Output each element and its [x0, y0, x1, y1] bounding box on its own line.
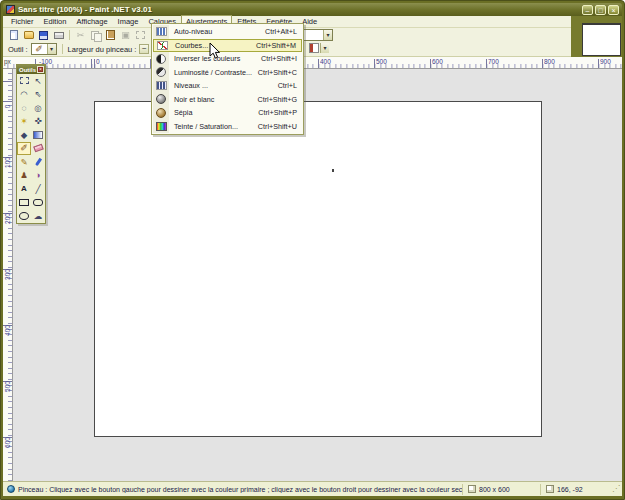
- tool-color-picker[interactable]: [31, 155, 45, 169]
- menu-edition[interactable]: Edition: [39, 16, 72, 27]
- cursor-position-icon: [546, 485, 554, 493]
- toolbar-separator: [69, 30, 70, 40]
- cursor-position-section: 166, -92: [540, 484, 612, 495]
- crop-icon: ▣: [121, 31, 130, 40]
- paintbrush-icon: ✐: [20, 143, 28, 153]
- menu-item-teinte-saturation[interactable]: Teinte / Saturation... Ctrl+Shift+U: [153, 120, 302, 134]
- menu-bar: Fichier Edition Affichage Image Calques …: [3, 16, 622, 28]
- menu-item-luminosite-contraste[interactable]: Luminosité / Contraste... Ctrl+Shift+C: [153, 66, 302, 80]
- tool-ellipse[interactable]: [17, 209, 31, 223]
- tool-text[interactable]: A: [17, 182, 31, 196]
- recolor-icon: ◑: [35, 170, 40, 180]
- tool-rectangle-select[interactable]: [17, 74, 31, 88]
- tool-pencil[interactable]: ✎: [17, 155, 31, 169]
- ajustements-menu: Auto-niveau Ctrl+Alt+L Courbes... Ctrl+S…: [151, 23, 304, 135]
- history-panel[interactable]: [582, 23, 621, 56]
- antialias-selector[interactable]: ▾: [302, 29, 333, 41]
- canvas[interactable]: [94, 101, 542, 437]
- ruler-label: 600: [4, 436, 11, 450]
- paint-bucket-icon: ◆: [21, 130, 28, 140]
- chevron-down-icon[interactable]: ▾: [323, 30, 332, 40]
- menu-affichage[interactable]: Affichage: [71, 16, 112, 27]
- toolbar-separator: [62, 44, 63, 54]
- width-decrease-button[interactable]: −: [139, 44, 149, 54]
- tool-clone-stamp[interactable]: ♟: [17, 169, 31, 183]
- close-button[interactable]: ×: [608, 5, 619, 15]
- tool-move-selection[interactable]: ↖: [31, 74, 45, 88]
- tool-pan[interactable]: ✜: [31, 115, 45, 129]
- tool-eraser[interactable]: [31, 142, 45, 156]
- tool-rectangle[interactable]: [17, 196, 31, 210]
- open-folder-icon: [24, 31, 34, 39]
- brush-width-label: Largeur du pinceau :: [68, 45, 137, 54]
- menu-item-auto-niveau[interactable]: Auto-niveau Ctrl+Alt+L: [153, 25, 302, 39]
- copy-button: [89, 29, 102, 41]
- menu-item-sepia[interactable]: Sépia Ctrl+Shift+P: [153, 106, 302, 120]
- menu-item-inverser-les-couleurs[interactable]: Inverser les couleurs Ctrl+Shift+I: [153, 52, 302, 66]
- crop-button: ▣: [119, 29, 132, 41]
- rounded-rectangle-icon: [33, 199, 43, 206]
- chevron-down-icon[interactable]: ▾: [320, 43, 329, 53]
- ruler-label: 700: [488, 58, 499, 65]
- tool-paint-bucket[interactable]: ◆: [17, 128, 31, 142]
- tool-move-selection-outline[interactable]: ⇖: [31, 88, 45, 102]
- open-button[interactable]: [22, 29, 35, 41]
- tool-gradient[interactable]: [31, 128, 45, 142]
- menu-item-noir-et-blanc[interactable]: Noir et blanc Ctrl+Shift+G: [153, 93, 302, 107]
- tool-paintbrush[interactable]: ✐: [17, 142, 31, 156]
- ruler-label: 400: [320, 58, 331, 65]
- ruler-label: 800: [544, 58, 555, 65]
- tools-palette-titlebar[interactable]: Outils ×: [17, 65, 45, 74]
- tool-line-curve[interactable]: ╱: [31, 182, 45, 196]
- tool-zoom[interactable]: ◎: [31, 101, 45, 115]
- menu-fichier[interactable]: Fichier: [6, 16, 39, 27]
- minimize-button[interactable]: –: [582, 5, 593, 15]
- save-button[interactable]: [37, 29, 50, 41]
- tool-freeform-shape[interactable]: ☁: [31, 209, 45, 223]
- tool-magic-wand[interactable]: ✶: [17, 115, 31, 129]
- ruler-unit: px: [4, 58, 11, 65]
- hue-saturation-icon: [156, 122, 167, 131]
- ruler-label: 600: [432, 58, 443, 65]
- menu-item-courbes[interactable]: Courbes... Ctrl+Shift+M: [153, 39, 302, 53]
- resize-grip[interactable]: ⋰: [612, 483, 622, 495]
- vertical-ruler: 0 100 200 300 400 500 600: [3, 69, 13, 481]
- curves-icon: [157, 41, 168, 50]
- menu-item-niveaux[interactable]: Niveaux ... Ctrl+L: [153, 79, 302, 93]
- print-button[interactable]: [52, 29, 65, 41]
- paste-button[interactable]: [104, 29, 117, 41]
- black-white-icon: [156, 94, 166, 104]
- ruler-label: 0: [96, 58, 100, 65]
- new-button[interactable]: [7, 29, 20, 41]
- paint-dot: [332, 169, 334, 172]
- ellipse-select-icon: ◌: [21, 103, 26, 113]
- menu-image[interactable]: Image: [113, 16, 144, 27]
- ruler-label: 500: [4, 380, 11, 394]
- clone-stamp-icon: ♟: [20, 170, 28, 180]
- tool-recolor[interactable]: ◑: [31, 169, 45, 183]
- tool-selector[interactable]: ✐ ▾: [31, 43, 57, 55]
- close-icon[interactable]: ×: [37, 66, 44, 73]
- maximize-button[interactable]: □: [595, 5, 606, 15]
- sepia-icon: [156, 108, 166, 118]
- move-selection-outline-icon: ⇖: [34, 89, 41, 99]
- tool-ellipse-select[interactable]: ◌: [17, 101, 31, 115]
- image-size: 800 x 600: [479, 486, 510, 493]
- tool-lasso-select[interactable]: ◠: [17, 88, 31, 102]
- status-message: Pinceau : Cliquez avec le bouton gauche …: [18, 486, 462, 493]
- eraser-icon: [33, 144, 44, 153]
- ruler-label: 200: [4, 212, 11, 226]
- save-icon: [39, 31, 48, 40]
- tool-rounded-rectangle[interactable]: [31, 196, 45, 210]
- lasso-select-icon: ◠: [20, 89, 27, 99]
- move-selection-icon: ↖: [34, 76, 41, 86]
- ruler-label: 0: [4, 100, 11, 114]
- chevron-down-icon[interactable]: ▾: [47, 44, 56, 54]
- title-bar[interactable]: Sans titre (100%) - Paint .NET v3.01 – □…: [3, 3, 622, 16]
- fill-style-selector[interactable]: ▾: [309, 43, 329, 53]
- histogram-icon: [156, 27, 167, 36]
- image-size-icon: [468, 485, 476, 493]
- rectangle-select-icon: [20, 77, 29, 84]
- mouse-cursor: [209, 42, 221, 64]
- color-picker-icon: [34, 158, 41, 166]
